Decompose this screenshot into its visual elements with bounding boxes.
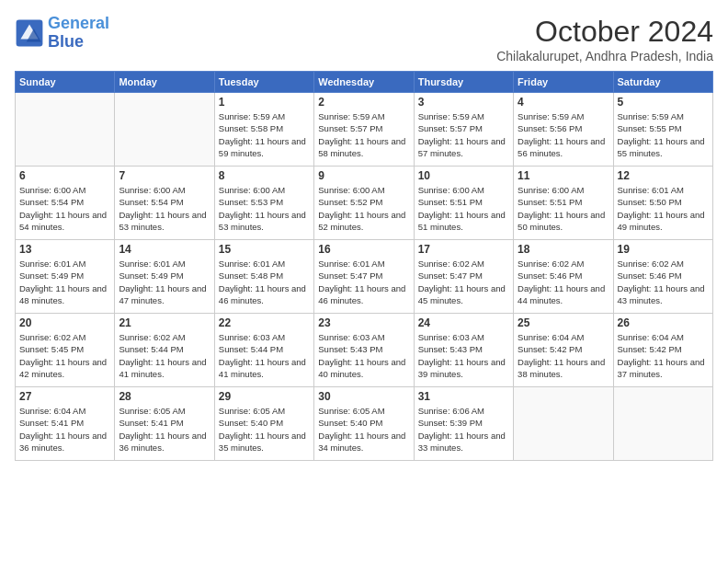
day-info: Sunrise: 6:04 AMSunset: 5:42 PMDaylight:… (518, 331, 609, 380)
day-number: 10 (418, 169, 509, 182)
day-cell: 13Sunrise: 6:01 AMSunset: 5:49 PMDayligh… (16, 240, 115, 314)
day-number: 2 (318, 96, 409, 109)
day-number: 15 (219, 243, 310, 256)
day-cell: 28Sunrise: 6:05 AMSunset: 5:41 PMDayligh… (115, 387, 214, 461)
day-number: 31 (418, 390, 509, 403)
day-number: 1 (219, 96, 310, 109)
day-info: Sunrise: 6:04 AMSunset: 5:41 PMDaylight:… (19, 405, 110, 454)
day-info: Sunrise: 6:02 AMSunset: 5:47 PMDaylight:… (418, 258, 509, 306)
day-number: 11 (518, 169, 609, 182)
logo-line1: General (48, 14, 109, 32)
day-info: Sunrise: 6:05 AMSunset: 5:40 PMDaylight:… (318, 405, 409, 454)
header-cell-thursday: Thursday (414, 72, 513, 93)
day-number: 9 (318, 169, 409, 182)
day-number: 16 (318, 243, 409, 256)
calendar-table: SundayMondayTuesdayWednesdayThursdayFrid… (15, 71, 713, 461)
week-row-4: 20Sunrise: 6:02 AMSunset: 5:45 PMDayligh… (16, 314, 713, 387)
day-number: 3 (418, 96, 509, 109)
day-number: 20 (19, 316, 110, 329)
day-cell: 4Sunrise: 5:59 AMSunset: 5:56 PMDaylight… (514, 93, 613, 167)
day-info: Sunrise: 6:03 AMSunset: 5:44 PMDaylight:… (219, 331, 310, 380)
day-number: 25 (518, 316, 609, 329)
day-cell: 24Sunrise: 6:03 AMSunset: 5:43 PMDayligh… (414, 314, 513, 387)
day-info: Sunrise: 6:05 AMSunset: 5:40 PMDaylight:… (219, 405, 310, 454)
day-cell (16, 93, 115, 167)
calendar-header: SundayMondayTuesdayWednesdayThursdayFrid… (16, 72, 713, 93)
day-cell: 12Sunrise: 6:01 AMSunset: 5:50 PMDayligh… (613, 167, 712, 240)
day-cell: 22Sunrise: 6:03 AMSunset: 5:44 PMDayligh… (214, 314, 313, 387)
day-info: Sunrise: 6:01 AMSunset: 5:49 PMDaylight:… (119, 258, 210, 306)
day-info: Sunrise: 6:01 AMSunset: 5:48 PMDaylight:… (219, 258, 310, 306)
day-info: Sunrise: 6:06 AMSunset: 5:39 PMDaylight:… (418, 405, 509, 454)
day-cell: 8Sunrise: 6:00 AMSunset: 5:53 PMDaylight… (214, 167, 313, 240)
title-area: October 2024 Chilakalurupet, Andhra Prad… (496, 15, 713, 63)
day-cell: 29Sunrise: 6:05 AMSunset: 5:40 PMDayligh… (214, 387, 313, 461)
day-info: Sunrise: 6:03 AMSunset: 5:43 PMDaylight:… (318, 331, 409, 380)
day-cell: 17Sunrise: 6:02 AMSunset: 5:47 PMDayligh… (414, 240, 513, 314)
day-info: Sunrise: 6:02 AMSunset: 5:46 PMDaylight:… (518, 258, 609, 306)
day-info: Sunrise: 6:02 AMSunset: 5:46 PMDaylight:… (618, 258, 709, 306)
day-number: 8 (219, 169, 310, 182)
day-number: 12 (618, 169, 709, 182)
calendar-body: 1Sunrise: 5:59 AMSunset: 5:58 PMDaylight… (16, 93, 713, 461)
day-cell: 6Sunrise: 6:00 AMSunset: 5:54 PMDaylight… (16, 167, 115, 240)
week-row-5: 27Sunrise: 6:04 AMSunset: 5:41 PMDayligh… (16, 387, 713, 461)
day-cell: 5Sunrise: 5:59 AMSunset: 5:55 PMDaylight… (613, 93, 712, 167)
logo-line2: Blue (48, 32, 84, 51)
day-number: 17 (418, 243, 509, 256)
day-info: Sunrise: 6:00 AMSunset: 5:52 PMDaylight:… (318, 184, 409, 233)
day-number: 26 (618, 316, 709, 329)
day-cell: 15Sunrise: 6:01 AMSunset: 5:48 PMDayligh… (214, 240, 313, 314)
day-cell: 16Sunrise: 6:01 AMSunset: 5:47 PMDayligh… (314, 240, 414, 314)
day-cell: 25Sunrise: 6:04 AMSunset: 5:42 PMDayligh… (514, 314, 613, 387)
day-cell: 27Sunrise: 6:04 AMSunset: 5:41 PMDayligh… (16, 387, 115, 461)
day-cell: 14Sunrise: 6:01 AMSunset: 5:49 PMDayligh… (115, 240, 214, 314)
day-number: 24 (418, 316, 509, 329)
day-info: Sunrise: 6:03 AMSunset: 5:43 PMDaylight:… (418, 331, 509, 380)
header-row: SundayMondayTuesdayWednesdayThursdayFrid… (16, 72, 713, 93)
day-cell: 23Sunrise: 6:03 AMSunset: 5:43 PMDayligh… (314, 314, 414, 387)
day-info: Sunrise: 5:59 AMSunset: 5:57 PMDaylight:… (418, 110, 509, 159)
logo: General Blue (15, 15, 109, 52)
day-info: Sunrise: 6:01 AMSunset: 5:50 PMDaylight:… (618, 184, 709, 233)
week-row-1: 1Sunrise: 5:59 AMSunset: 5:58 PMDaylight… (16, 93, 713, 167)
day-cell: 26Sunrise: 6:04 AMSunset: 5:42 PMDayligh… (613, 314, 712, 387)
day-number: 23 (318, 316, 409, 329)
header-cell-wednesday: Wednesday (314, 72, 414, 93)
header-cell-sunday: Sunday (16, 72, 115, 93)
day-info: Sunrise: 6:00 AMSunset: 5:54 PMDaylight:… (119, 184, 210, 233)
week-row-2: 6Sunrise: 6:00 AMSunset: 5:54 PMDaylight… (16, 167, 713, 240)
day-number: 6 (19, 169, 110, 182)
day-number: 27 (19, 390, 110, 403)
day-cell: 7Sunrise: 6:00 AMSunset: 5:54 PMDaylight… (115, 167, 214, 240)
month-title: October 2024 (496, 15, 713, 49)
header: General Blue October 2024 Chilakalurupet… (15, 15, 713, 63)
day-info: Sunrise: 6:04 AMSunset: 5:42 PMDaylight:… (618, 331, 709, 380)
header-cell-friday: Friday (514, 72, 613, 93)
day-cell: 30Sunrise: 6:05 AMSunset: 5:40 PMDayligh… (314, 387, 414, 461)
logo-icon (15, 18, 44, 48)
day-cell: 1Sunrise: 5:59 AMSunset: 5:58 PMDaylight… (214, 93, 313, 167)
day-number: 18 (518, 243, 609, 256)
day-info: Sunrise: 6:01 AMSunset: 5:47 PMDaylight:… (318, 258, 409, 306)
day-info: Sunrise: 5:59 AMSunset: 5:57 PMDaylight:… (318, 110, 409, 159)
location-subtitle: Chilakalurupet, Andhra Pradesh, India (496, 49, 713, 63)
day-cell: 21Sunrise: 6:02 AMSunset: 5:44 PMDayligh… (115, 314, 214, 387)
day-info: Sunrise: 5:59 AMSunset: 5:55 PMDaylight:… (618, 110, 709, 159)
day-number: 29 (219, 390, 310, 403)
header-cell-tuesday: Tuesday (214, 72, 313, 93)
day-info: Sunrise: 5:59 AMSunset: 5:58 PMDaylight:… (219, 110, 310, 159)
day-number: 7 (119, 169, 210, 182)
logo-text: General Blue (48, 15, 109, 52)
day-info: Sunrise: 6:02 AMSunset: 5:44 PMDaylight:… (119, 331, 210, 380)
day-info: Sunrise: 6:00 AMSunset: 5:54 PMDaylight:… (19, 184, 110, 233)
day-info: Sunrise: 6:02 AMSunset: 5:45 PMDaylight:… (19, 331, 110, 380)
day-info: Sunrise: 5:59 AMSunset: 5:56 PMDaylight:… (518, 110, 609, 159)
day-cell: 9Sunrise: 6:00 AMSunset: 5:52 PMDaylight… (314, 167, 414, 240)
day-number: 5 (618, 96, 709, 109)
day-cell: 10Sunrise: 6:00 AMSunset: 5:51 PMDayligh… (414, 167, 513, 240)
day-number: 22 (219, 316, 310, 329)
day-cell: 11Sunrise: 6:00 AMSunset: 5:51 PMDayligh… (514, 167, 613, 240)
header-cell-monday: Monday (115, 72, 214, 93)
header-cell-saturday: Saturday (613, 72, 712, 93)
